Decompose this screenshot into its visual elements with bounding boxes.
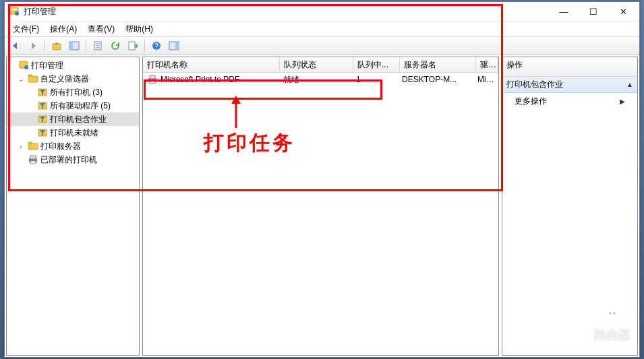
printer-row[interactable]: Microsoft Print to PDF 就绪 1 DESKTOP-M...… xyxy=(143,73,498,86)
refresh-button[interactable] xyxy=(107,38,123,54)
tree-root[interactable]: 打印管理 xyxy=(7,59,139,72)
minimize-button[interactable]: — xyxy=(549,2,579,21)
export-button[interactable] xyxy=(125,38,141,54)
app-window: 打印管理 — ☐ ✕ 文件(F) 操作(A) 查看(V) 帮助(H) xyxy=(4,1,640,358)
svg-rect-22 xyxy=(28,143,38,150)
svg-rect-14 xyxy=(175,42,179,50)
toolbar: ? xyxy=(5,36,639,55)
chevron-up-icon: ▲ xyxy=(626,81,633,88)
tree-label: 已部署的打印机 xyxy=(40,154,97,166)
actions-pane: 操作 打印机包含作业 ▲ 更多操作 ▶ xyxy=(502,57,638,356)
filter-icon xyxy=(37,100,48,111)
actions-header: 操作 xyxy=(502,57,637,77)
menu-action[interactable]: 操作(A) xyxy=(45,22,82,36)
tree-all-drivers[interactable]: 所有驱动程序 (5) xyxy=(7,99,139,112)
col-jobs[interactable]: 队列中... xyxy=(353,57,400,72)
window-title: 打印管理 xyxy=(24,6,56,18)
desktop-background: 打印管理 — ☐ ✕ 文件(F) 操作(A) 查看(V) 帮助(H) xyxy=(0,0,644,359)
cell-driver: Microsoft xyxy=(473,75,498,84)
toolbar-separator xyxy=(45,40,45,52)
svg-rect-17 xyxy=(28,76,38,82)
tree-label: 打印管理 xyxy=(31,60,63,71)
properties-button[interactable] xyxy=(90,38,106,54)
tree-label: 打印服务器 xyxy=(40,141,81,152)
tree-printers-with-jobs[interactable]: 打印机包含作业 xyxy=(7,112,139,126)
back-button[interactable] xyxy=(7,38,24,54)
filter-icon xyxy=(37,127,48,138)
tree-deployed-printers[interactable]: 已部署的打印机 xyxy=(7,153,139,166)
tree-label: 所有驱动程序 (5) xyxy=(50,100,111,112)
svg-text:?: ? xyxy=(154,42,158,50)
tree-all-printers[interactable]: 所有打印机 (3) xyxy=(7,86,139,99)
col-server[interactable]: 服务器名 xyxy=(400,57,476,72)
help-button[interactable]: ? xyxy=(148,38,165,54)
menu-view[interactable]: 查看(V) xyxy=(82,22,120,36)
tree-label: 自定义筛选器 xyxy=(40,73,89,85)
svg-rect-10 xyxy=(129,42,135,50)
chevron-right-icon: ▶ xyxy=(620,98,625,105)
action-label: 更多操作 xyxy=(515,96,547,107)
action-more[interactable]: 更多操作 ▶ xyxy=(502,93,637,110)
list-header: 打印机名称 队列状态 队列中... 服务器名 驱动程序名 xyxy=(143,57,498,73)
filter-icon xyxy=(37,87,48,98)
menu-file[interactable]: 文件(F) xyxy=(7,22,45,36)
expand-icon[interactable]: › xyxy=(16,143,26,150)
filter-icon xyxy=(37,114,48,125)
svg-rect-1 xyxy=(11,9,17,10)
content-area: 打印管理 ⌄ 自定义筛选器 xyxy=(5,55,639,357)
toolbar-separator xyxy=(144,40,145,52)
collapse-icon[interactable]: ⌄ xyxy=(16,75,26,83)
close-button[interactable]: ✕ xyxy=(608,2,638,21)
svg-rect-3 xyxy=(53,44,61,50)
print-management-icon xyxy=(18,60,29,71)
svg-rect-5 xyxy=(69,42,73,50)
cell-name: Microsoft Print to PDF xyxy=(160,75,239,84)
actions-section-label: 打印机包含作业 xyxy=(506,79,563,90)
printer-icon xyxy=(147,74,158,85)
tree-custom-filters[interactable]: ⌄ 自定义筛选器 xyxy=(7,72,139,86)
titlebar[interactable]: 打印管理 — ☐ ✕ xyxy=(5,2,639,22)
folder-filter-icon xyxy=(28,73,38,84)
cell-jobs: 1 xyxy=(352,75,398,84)
svg-point-2 xyxy=(15,11,19,15)
list-pane[interactable]: 打印机名称 队列状态 队列中... 服务器名 驱动程序名 Microsoft P… xyxy=(142,57,499,356)
actions-section[interactable]: 打印机包含作业 ▲ xyxy=(502,77,637,93)
tree-printers-not-ready[interactable]: 打印机未就绪 xyxy=(7,126,139,139)
forward-button[interactable] xyxy=(25,38,41,54)
toolbar-separator xyxy=(86,40,86,52)
printer-icon xyxy=(28,154,38,165)
svg-point-16 xyxy=(24,65,28,69)
tree-label: 打印机未就绪 xyxy=(50,127,98,139)
show-hide-action-button[interactable] xyxy=(166,38,182,54)
tree-pane[interactable]: 打印管理 ⌄ 自定义筛选器 xyxy=(6,57,140,356)
menu-help[interactable]: 帮助(H) xyxy=(120,22,158,36)
svg-rect-25 xyxy=(30,161,36,164)
cell-server: DESKTOP-M... xyxy=(398,75,473,84)
svg-rect-27 xyxy=(150,75,155,79)
up-button[interactable] xyxy=(49,38,65,54)
tree-label: 打印机包含作业 xyxy=(50,114,107,125)
folder-icon xyxy=(28,141,38,152)
tree-print-servers[interactable]: › 打印服务器 xyxy=(7,139,139,153)
col-driver[interactable]: 驱动程序名 xyxy=(476,57,498,72)
tree-label: 所有打印机 (3) xyxy=(50,87,103,98)
print-management-icon xyxy=(9,6,20,17)
maximize-button[interactable]: ☐ xyxy=(579,2,608,21)
svg-rect-24 xyxy=(30,156,36,159)
svg-rect-28 xyxy=(150,81,155,84)
menubar: 文件(F) 操作(A) 查看(V) 帮助(H) xyxy=(5,22,639,36)
cell-status: 就绪 xyxy=(279,74,352,86)
col-status[interactable]: 队列状态 xyxy=(280,57,353,72)
col-name[interactable]: 打印机名称 xyxy=(143,57,280,72)
show-hide-tree-button[interactable] xyxy=(66,38,82,54)
